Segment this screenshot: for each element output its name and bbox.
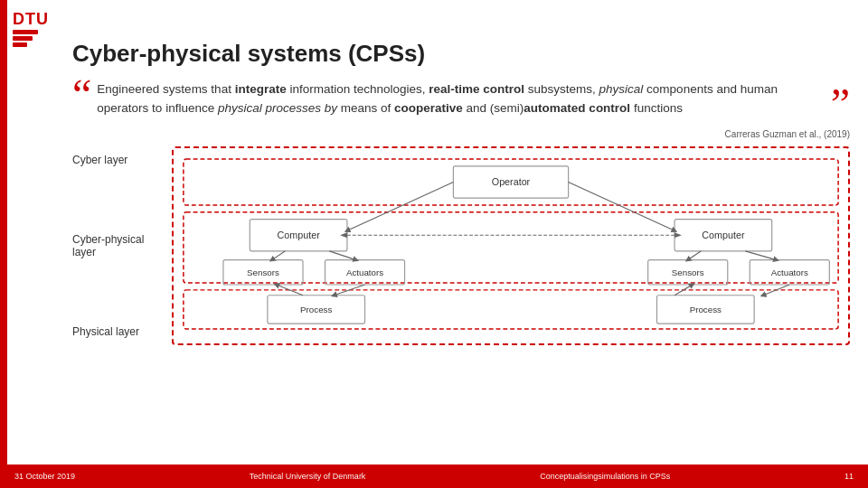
dtu-logo: DTU — [13, 11, 49, 47]
svg-text:Computer: Computer — [278, 230, 321, 240]
footer-date: 31 October 2019 — [14, 472, 75, 481]
cyber-physical-layer-label: Cyber-physicallayer — [72, 233, 172, 258]
svg-text:Computer: Computer — [702, 230, 745, 240]
quote-text: Engineered systems that integrate inform… — [97, 80, 825, 118]
svg-text:Actuators: Actuators — [346, 267, 383, 277]
dtu-bar-1 — [13, 30, 38, 34]
svg-text:Actuators: Actuators — [771, 267, 808, 277]
svg-text:Process: Process — [300, 305, 332, 314]
footer-page: 11 — [844, 472, 854, 481]
svg-text:Sensors: Sensors — [672, 267, 704, 277]
svg-line-21 — [347, 182, 453, 230]
diagram-container: Operator Computer Computer Sensors Actua… — [172, 146, 850, 345]
cps-diagram: Operator Computer Computer Sensors Actua… — [179, 154, 843, 334]
quote-section: “ Engineered systems that integrate info… — [72, 80, 850, 118]
close-quote-mark: ” — [831, 82, 850, 126]
diagram-area: Cyber layer Cyber-physicallayer Physical… — [72, 146, 850, 345]
svg-line-24 — [329, 251, 355, 260]
main-content: Cyber-physical systems (CPSs) “ Engineer… — [72, 27, 850, 461]
svg-line-23 — [272, 251, 286, 260]
svg-line-22 — [569, 182, 675, 230]
page-title: Cyber-physical systems (CPSs) — [72, 40, 850, 68]
footer-topic: Conceptualisingsimulations in CPSs — [540, 472, 670, 481]
dtu-bar-3 — [13, 42, 27, 47]
cyber-layer-label: Cyber layer — [72, 154, 172, 166]
open-quote-mark: “ — [72, 73, 91, 117]
dtu-bars — [13, 30, 38, 47]
svg-text:Process: Process — [690, 305, 722, 314]
svg-rect-1 — [184, 212, 838, 283]
footer: 31 October 2019 Technical University of … — [0, 465, 868, 488]
svg-line-26 — [745, 251, 776, 260]
svg-text:Operator: Operator — [492, 176, 531, 187]
svg-line-25 — [688, 251, 702, 260]
footer-institution: Technical University of Denmark — [250, 472, 366, 481]
citation: Carreras Guzman et al., (2019) — [72, 129, 850, 139]
svg-marker-33 — [340, 232, 347, 238]
red-border — [0, 0, 7, 488]
dtu-text: DTU — [13, 11, 49, 27]
physical-layer-label: Physical layer — [72, 325, 172, 338]
dtu-bar-2 — [13, 36, 33, 41]
layer-labels: Cyber layer Cyber-physicallayer Physical… — [72, 146, 172, 345]
svg-text:Sensors: Sensors — [247, 267, 279, 277]
svg-marker-32 — [675, 232, 682, 238]
